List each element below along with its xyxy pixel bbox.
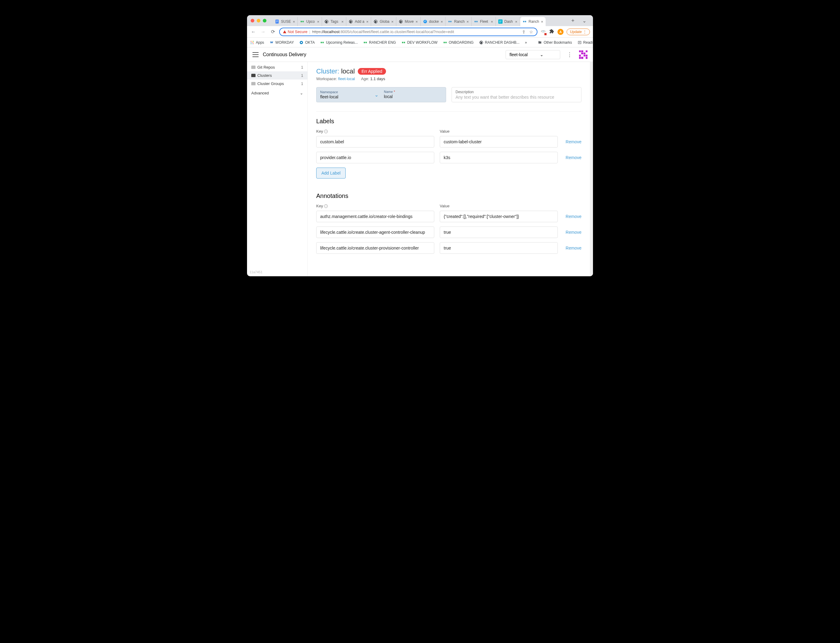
value-input[interactable] <box>440 152 558 163</box>
key-input[interactable] <box>316 136 434 147</box>
browser-tab[interactable]: Tags× <box>322 17 346 26</box>
browser-tab[interactable]: Move× <box>396 17 421 26</box>
browser-tab[interactable]: Fleet× <box>472 17 496 26</box>
tab-strip: SUSE×Upco×Tags×Add a×Globa×Move×docke×Ra… <box>272 15 566 26</box>
bookmark-item[interactable]: WORKDAY <box>269 40 294 45</box>
remove-button[interactable]: Remove <box>563 139 581 144</box>
scrollbar[interactable] <box>590 62 593 276</box>
browser-tab[interactable]: Globa× <box>371 17 396 26</box>
apps-icon <box>250 40 254 45</box>
chevron-down-icon: ⌄ <box>300 91 303 95</box>
svg-rect-5 <box>303 21 304 23</box>
remove-button[interactable]: Remove <box>563 214 581 219</box>
browser-tab[interactable]: SUSE× <box>272 17 298 26</box>
bookmarks-bar: AppsWORKDAYOKTAUpcoming Releas...RANCHER… <box>247 38 593 47</box>
svg-rect-21 <box>523 21 524 23</box>
bookmarks-overflow[interactable]: » <box>525 40 527 45</box>
minimize-window-icon[interactable] <box>257 19 260 23</box>
close-window-icon[interactable] <box>251 19 254 23</box>
rancher-blue-icon <box>448 20 452 24</box>
browser-tab[interactable]: docke× <box>421 17 446 26</box>
new-tab-button[interactable]: + <box>569 18 577 24</box>
kv-row: Remove <box>316 227 581 238</box>
url-field[interactable]: Not Secure | https://localhost:8005/c/lo… <box>279 28 537 36</box>
reload-button[interactable]: ⟳ <box>269 29 276 34</box>
forward-button[interactable]: → <box>260 29 267 34</box>
key-input[interactable] <box>316 227 434 238</box>
other-bookmarks[interactable]: Other Bookmarks <box>538 40 572 45</box>
back-button[interactable]: ← <box>250 29 257 34</box>
share-icon[interactable]: ⇪ <box>521 29 526 34</box>
hamburger-icon[interactable] <box>252 52 259 57</box>
remove-button[interactable]: Remove <box>563 230 581 235</box>
maximize-window-icon[interactable] <box>263 19 267 23</box>
value-input[interactable] <box>440 242 558 254</box>
svg-point-33 <box>253 43 254 44</box>
close-tab-icon[interactable]: × <box>342 20 344 24</box>
svg-point-29 <box>252 42 252 42</box>
remove-button[interactable]: Remove <box>563 155 581 160</box>
breadcrumb[interactable]: Cluster: <box>316 67 339 75</box>
key-input[interactable] <box>316 211 434 222</box>
info-icon[interactable]: i <box>324 204 328 208</box>
close-tab-icon[interactable]: × <box>317 20 319 24</box>
svg-point-27 <box>253 41 254 41</box>
close-tab-icon[interactable]: × <box>541 20 543 24</box>
info-icon[interactable]: i <box>324 130 328 133</box>
bookmark-item[interactable]: Apps <box>250 40 264 45</box>
sidebar-item[interactable]: Git Repos1 <box>247 63 308 71</box>
remove-button[interactable]: Remove <box>563 246 581 250</box>
tab-title: SUSE <box>281 20 291 24</box>
sidebar-item[interactable]: Cluster Groups1 <box>247 80 308 88</box>
sidebar-advanced[interactable]: Advanced ⌄ <box>247 88 308 97</box>
key-input[interactable] <box>316 242 434 254</box>
browser-tab[interactable]: Ranch× <box>446 17 471 26</box>
react-devtools-icon[interactable] <box>540 29 546 34</box>
close-tab-icon[interactable]: × <box>515 20 518 24</box>
svg-rect-39 <box>366 42 367 43</box>
close-tab-icon[interactable]: × <box>391 20 394 24</box>
browser-tab[interactable]: Add a× <box>346 17 371 26</box>
value-input[interactable] <box>440 136 558 147</box>
reading-list[interactable]: Reading List <box>578 40 593 45</box>
bookmark-item[interactable]: Upcoming Releas... <box>320 40 358 45</box>
star-icon[interactable]: ☆ <box>528 29 534 34</box>
namespace-dropdown[interactable]: fleet-local ⌄ <box>506 50 560 59</box>
profile-avatar[interactable]: A <box>557 29 563 35</box>
chevron-down-icon: ⌄ <box>374 92 378 98</box>
key-input[interactable] <box>316 152 434 163</box>
svg-rect-1 <box>276 21 278 21</box>
bookmark-item[interactable]: OKTA <box>299 40 315 45</box>
browser-tab[interactable]: Upco× <box>298 17 322 26</box>
value-input[interactable] <box>440 227 558 238</box>
bookmark-item[interactable]: RANCHER ENG <box>363 40 396 45</box>
close-tab-icon[interactable]: × <box>415 20 418 24</box>
namespace-field[interactable]: Namespace fleet-local ⌄ <box>320 90 378 100</box>
brand-logo[interactable] <box>579 51 588 59</box>
close-tab-icon[interactable]: × <box>466 20 469 24</box>
header-kebab-menu[interactable]: ⋮ <box>565 51 575 58</box>
close-tab-icon[interactable]: × <box>366 20 369 24</box>
sidebar-item[interactable]: Clusters1 <box>247 71 308 80</box>
bookmark-item[interactable]: RANCHER DASHB... <box>479 40 519 45</box>
update-button[interactable]: Update ⋮ <box>567 29 590 35</box>
svg-rect-36 <box>321 42 322 43</box>
close-tab-icon[interactable]: × <box>293 20 295 24</box>
extensions-icon[interactable] <box>549 29 554 34</box>
add-label-button[interactable]: Add Label <box>316 168 346 178</box>
browser-window: SUSE×Upco×Tags×Add a×Globa×Move×docke×Ra… <box>247 15 593 276</box>
bookmark-label: Apps <box>256 40 264 45</box>
workspace-link[interactable]: fleet-local <box>338 77 355 81</box>
close-tab-icon[interactable]: × <box>491 20 493 24</box>
value-input[interactable] <box>440 211 558 222</box>
tabs-overflow-button[interactable]: ⌄ <box>580 18 589 24</box>
bookmark-item[interactable]: ONBOARDING <box>443 40 474 45</box>
browser-tab[interactable]: Dash× <box>496 17 520 26</box>
browser-tab[interactable]: Ranch× <box>520 17 545 26</box>
description-field[interactable]: Description Any text you want that bette… <box>452 87 581 102</box>
name-field[interactable]: Name * local <box>384 90 442 100</box>
close-tab-icon[interactable]: × <box>441 20 443 24</box>
bookmark-item[interactable]: DEV WORKFLOW <box>402 40 438 45</box>
tab-title: Tags <box>330 20 339 24</box>
svg-point-23 <box>543 31 544 32</box>
